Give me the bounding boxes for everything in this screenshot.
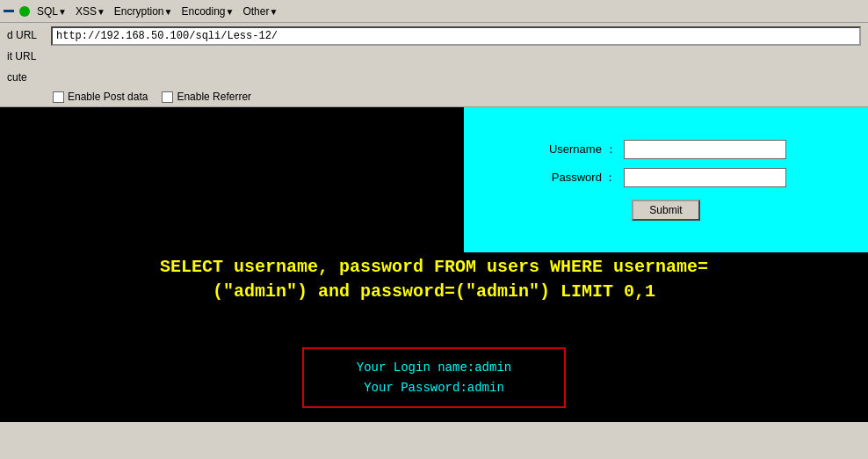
main-content: Username ： Password ： Submit SELECT user…	[0, 107, 868, 422]
target-url-label: d URL	[7, 26, 51, 46]
checkbox-row: Enable Post data Enable Referrer	[0, 87, 868, 107]
other-menu[interactable]: Other▼	[241, 5, 279, 18]
sql-menu[interactable]: SQL▼	[35, 5, 69, 18]
encryption-menu[interactable]: Encryption▼	[112, 5, 175, 18]
encoding-menu[interactable]: Encoding▼	[179, 5, 235, 18]
password-label: Password ：	[546, 170, 617, 186]
result-box: Your Login name:admin Your Password:admi…	[302, 347, 566, 408]
minimize-icon[interactable]	[4, 10, 14, 12]
sql-menu-arrow: ▼	[58, 7, 67, 17]
toolbar: SQL▼ XSS▼ Encryption▼ Encoding▼ Other▼	[0, 0, 868, 23]
url-input[interactable]	[51, 26, 861, 46]
username-label: Username ：	[546, 142, 617, 157]
encryption-menu-arrow: ▼	[164, 7, 173, 17]
referrer-checkbox-label[interactable]: Enable Referrer	[162, 91, 251, 103]
password-row: Password ：	[481, 168, 850, 187]
submit-url-label: it URL	[7, 47, 51, 67]
result-line1: Your Login name:admin	[330, 358, 538, 377]
xss-menu[interactable]: XSS▼	[74, 5, 107, 18]
result-line2: Your Password:admin	[330, 378, 538, 397]
login-panel: Username ： Password ： Submit	[464, 107, 868, 252]
execute-label: cute	[7, 69, 51, 84]
encoding-menu-arrow: ▼	[226, 7, 235, 17]
maximize-icon[interactable]	[19, 6, 30, 17]
sql-line1: SELECT username, password FROM users WHE…	[9, 255, 859, 280]
xss-menu-arrow: ▼	[97, 7, 105, 17]
sql-line2: ("admin") and password=("admin") LIMIT 0…	[9, 280, 859, 304]
username-row: Username ：	[481, 140, 850, 159]
post-data-checkbox-label[interactable]: Enable Post data	[53, 91, 148, 103]
other-menu-arrow: ▼	[269, 7, 278, 17]
url-section: d URL it URL cute	[0, 23, 868, 87]
password-input[interactable]	[624, 168, 786, 187]
post-data-checkbox[interactable]	[53, 91, 64, 103]
submit-button[interactable]: Submit	[632, 200, 699, 221]
submit-row: Submit	[481, 200, 850, 221]
sql-query-display: SELECT username, password FROM users WHE…	[0, 255, 868, 304]
username-input[interactable]	[624, 140, 786, 159]
referrer-checkbox[interactable]	[162, 91, 173, 103]
